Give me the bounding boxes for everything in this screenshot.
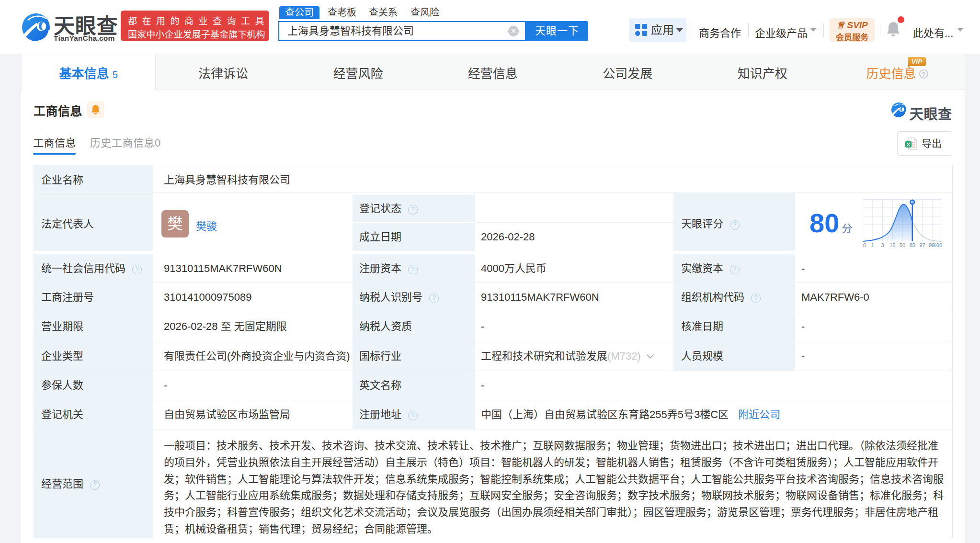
svg-text:50: 50 [900, 242, 905, 248]
svg-text:3: 3 [881, 242, 884, 248]
svg-text:85: 85 [910, 242, 915, 248]
svg-text:97: 97 [919, 242, 925, 248]
svg-text:15: 15 [889, 242, 895, 248]
svg-text:1: 1 [871, 242, 874, 248]
svg-text:0: 0 [863, 242, 866, 248]
svg-text:100: 100 [934, 242, 942, 248]
